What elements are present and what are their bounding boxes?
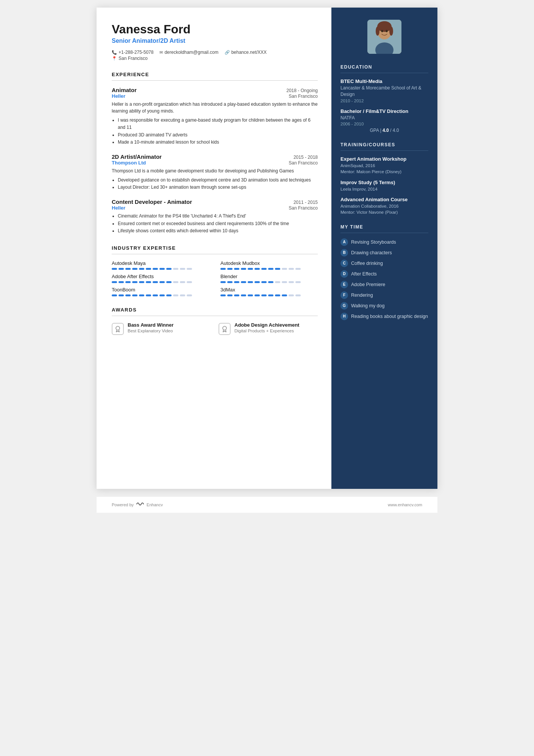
skill-name: Autodesk Maya: [112, 260, 209, 266]
avatar: [367, 20, 401, 54]
skill-dot: [112, 268, 117, 270]
bullet-item: Layout Director: Led 30+ animation team …: [118, 184, 318, 191]
mytime-item: FRendering: [340, 291, 428, 299]
footer-website: www.enhancv.com: [388, 502, 422, 507]
brand-icon: [136, 501, 144, 508]
email-icon: ✉: [159, 50, 163, 55]
skill-dot: [173, 268, 178, 270]
exp-entry-2: 2D Artist/Animator 2015 - 2018 Thompson …: [112, 153, 318, 191]
skill-dot: [234, 294, 239, 296]
education-title: EDUCATION: [340, 64, 428, 70]
exp-dates-3: 2011 - 2015: [294, 200, 318, 205]
skill-dot: [295, 294, 301, 296]
exp-desc-2: Thompson Ltd is a mobile game developmen…: [112, 167, 318, 174]
training-entry-2: Improv Study (5 Terms) Leela Improv, 201…: [340, 180, 428, 192]
bullet-item: Made a 10-minute animated lesson for sch…: [118, 139, 318, 146]
exp-title-1: Animator: [112, 87, 137, 93]
award-icon: [219, 323, 231, 335]
mytime-label: Adobe Premiere: [351, 282, 385, 287]
skill-dot: [255, 294, 260, 296]
skill-dot: [282, 294, 287, 296]
skill-dot: [261, 268, 267, 270]
skill-dot: [275, 294, 280, 296]
bullet-item: Cinematic Animator for the PS4 title 'Un…: [118, 213, 318, 220]
skill-dot: [180, 268, 185, 270]
exp-bullets-1: I was responsible for executing a game-b…: [112, 117, 318, 146]
svg-point-8: [381, 30, 383, 32]
edu-entry-1: BTEC Multi-Media Lancaster & Morecambe S…: [340, 78, 428, 103]
awards-section: AWARDS Bass Award WinnerBest Explanatory…: [112, 307, 318, 335]
mytime-section: MY TIME ARevising StoryboardsBDrawing ch…: [340, 224, 428, 320]
skill-dot: [282, 268, 287, 270]
exp-desc-1: Heller is a non-profit organization whic…: [112, 101, 318, 114]
bullet-item: Produced 3D animated TV adverts: [118, 131, 318, 139]
skill-dot: [159, 294, 165, 296]
skill-dot: [275, 281, 280, 283]
svg-point-5: [376, 27, 379, 36]
skill-dot: [282, 281, 287, 283]
edu-year-2: 2006 - 2010: [340, 122, 428, 126]
skill-dot: [180, 294, 185, 296]
skill-dot: [166, 281, 172, 283]
skill-item: ToonBoom: [112, 287, 209, 296]
mytime-item: HReading books about graphic design: [340, 313, 428, 320]
skill-dot: [132, 281, 137, 283]
mytime-label: Walking my dog: [351, 303, 384, 308]
skill-dot: [248, 268, 253, 270]
award-sub: Best Explanatory Video: [128, 329, 173, 333]
skill-bar: [112, 294, 209, 296]
skill-dot: [234, 281, 239, 283]
skill-dot: [275, 268, 280, 270]
mytime-badge: G: [340, 302, 348, 310]
exp-entry-1: Animator 2018 - Ongoing Heller San Franc…: [112, 87, 318, 146]
bullet-item: I was responsible for executing a game-b…: [118, 117, 318, 131]
skill-dot: [295, 281, 301, 283]
education-section: EDUCATION BTEC Multi-Media Lancaster & M…: [340, 64, 428, 133]
exp-bullets-3: Cinematic Animator for the PS4 title 'Un…: [112, 213, 318, 235]
exp-company-1: Heller: [112, 93, 125, 99]
skill-dot: [187, 268, 192, 270]
exp-location-2: San Francisco: [289, 160, 318, 166]
avatar-container: [340, 20, 428, 54]
skill-dot: [180, 281, 185, 283]
skill-dot: [173, 294, 178, 296]
skill-item: 3dMax: [220, 287, 318, 296]
skill-dot: [146, 281, 151, 283]
brand-name: Enhancv: [147, 502, 163, 507]
training-entry-3: Advanced Animation Course Animation Coll…: [340, 197, 428, 215]
training-title: TRAINING/COURSES: [340, 142, 428, 147]
skill-dot: [268, 281, 273, 283]
location-contact: 📍 San Francisco: [112, 56, 148, 61]
skill-dot: [241, 268, 246, 270]
website-contact: 🔗 behance.net/XXX: [225, 50, 267, 55]
award-icon: [112, 323, 124, 335]
skill-dot: [234, 268, 239, 270]
skill-item: Adobe After Effects: [112, 274, 209, 283]
skill-name: ToonBoom: [112, 287, 209, 293]
powered-by-text: Powered by: [112, 502, 134, 507]
exp-entry-3: Content Developer - Animator 2011 - 2015…: [112, 199, 318, 235]
skill-bar: [220, 281, 318, 283]
mytime-item: ARevising Storyboards: [340, 238, 428, 246]
exp-location-3: San Francisco: [289, 205, 318, 211]
skill-dot: [125, 294, 131, 296]
mytime-item: GWalking my dog: [340, 302, 428, 310]
mytime-badge: A: [340, 238, 348, 246]
mytime-label: Coffee drinking: [351, 261, 383, 266]
skill-dot: [132, 268, 137, 270]
skill-dot: [139, 268, 144, 270]
award-item: Bass Award WinnerBest Explanatory Video: [112, 322, 211, 335]
bullet-item: Developed guidance on to establish devel…: [118, 177, 318, 184]
edu-gpa: GPA | 4.0 / 4.0: [340, 128, 428, 133]
award-name: Adobe Design Achievement: [234, 322, 299, 328]
skill-bar: [112, 281, 209, 283]
skill-dot: [166, 268, 172, 270]
skill-dot: [289, 268, 294, 270]
skill-dot: [146, 268, 151, 270]
skills-grid: Autodesk MayaAutodesk MudboxAdobe After …: [112, 260, 318, 296]
award-sub: Digital Products + Experiences: [234, 329, 299, 333]
skill-dot: [241, 281, 246, 283]
svg-point-6: [389, 27, 393, 36]
location-icon: 📍: [112, 56, 117, 61]
skill-dot: [255, 281, 260, 283]
